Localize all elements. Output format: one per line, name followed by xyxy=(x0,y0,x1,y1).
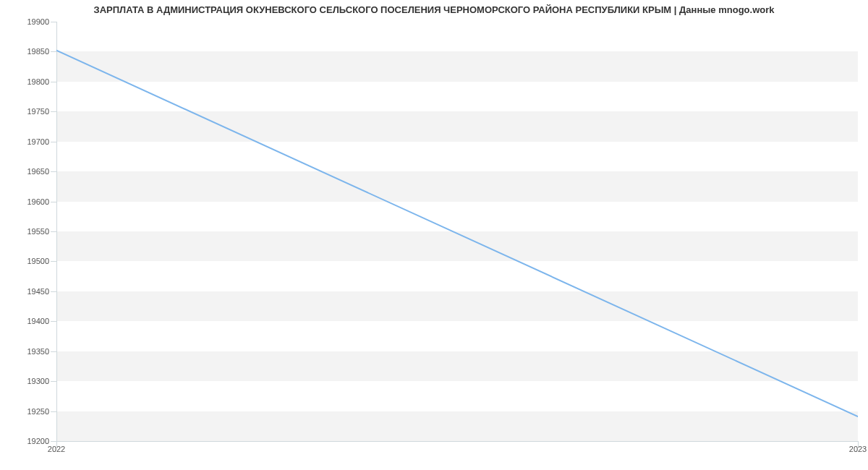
chart-container: ЗАРПЛАТА В АДМИНИСТРАЦИЯ ОКУНЕВСКОГО СЕЛ… xyxy=(0,0,868,470)
y-tick-label: 19650 xyxy=(9,167,49,176)
line-series xyxy=(56,22,858,441)
y-tick xyxy=(51,202,56,202)
y-tick-label: 19800 xyxy=(9,77,49,86)
y-tick xyxy=(51,381,56,382)
y-tick xyxy=(51,82,56,82)
y-tick xyxy=(51,51,56,52)
y-tick xyxy=(51,142,56,142)
plot-area xyxy=(56,22,858,441)
y-tick xyxy=(51,351,56,352)
y-tick-label: 19400 xyxy=(9,317,49,325)
y-tick-label: 19250 xyxy=(9,407,49,416)
y-tick xyxy=(51,291,56,292)
chart-title: ЗАРПЛАТА В АДМИНИСТРАЦИЯ ОКУНЕВСКОГО СЕЛ… xyxy=(0,4,868,15)
y-tick xyxy=(51,441,56,442)
y-tick-label: 19550 xyxy=(9,227,49,236)
y-tick xyxy=(51,111,56,112)
y-tick-label: 19200 xyxy=(9,437,49,445)
y-tick-label: 19900 xyxy=(9,17,49,26)
y-tick xyxy=(51,231,56,232)
y-tick xyxy=(51,171,56,172)
x-tick-label: 2022 xyxy=(48,445,65,453)
y-tick-label: 19500 xyxy=(9,257,49,265)
y-tick-label: 19750 xyxy=(9,107,49,116)
y-tick xyxy=(51,261,56,262)
y-tick-label: 19450 xyxy=(9,287,49,296)
y-tick-label: 19300 xyxy=(9,377,49,385)
y-tick-label: 19350 xyxy=(9,347,49,356)
y-tick xyxy=(51,411,56,412)
y-tick-label: 19850 xyxy=(9,47,49,56)
y-tick xyxy=(51,22,56,22)
y-tick-label: 19600 xyxy=(9,197,49,206)
y-tick xyxy=(51,321,56,322)
y-tick-label: 19700 xyxy=(9,137,49,146)
x-axis-line xyxy=(56,441,858,442)
x-tick-label: 2023 xyxy=(849,445,867,453)
